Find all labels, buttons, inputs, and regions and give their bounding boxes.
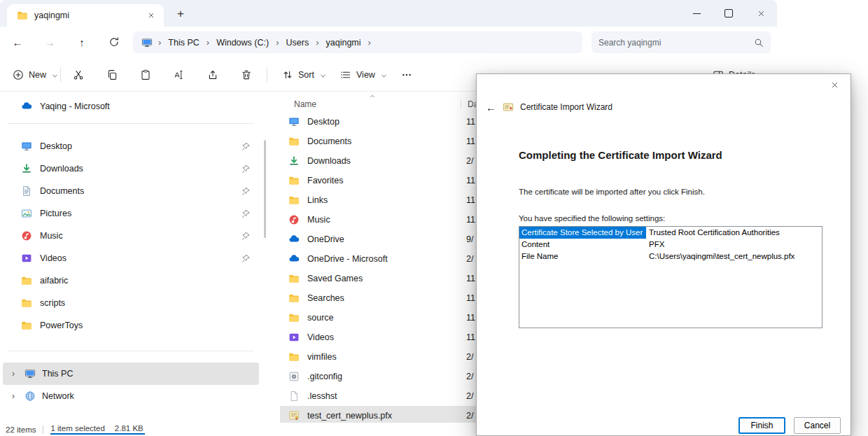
music-icon bbox=[21, 230, 32, 241]
settings-row-content[interactable]: ContentPFX bbox=[519, 239, 822, 251]
cut-button[interactable] bbox=[66, 64, 91, 86]
minimize-icon bbox=[693, 13, 701, 14]
pictures-icon bbox=[21, 208, 32, 219]
new-button[interactable]: New bbox=[6, 64, 66, 86]
new-tab-button[interactable]: + bbox=[172, 6, 189, 22]
view-icon bbox=[340, 69, 351, 80]
file-name: Favorites bbox=[307, 176, 343, 185]
breadcrumb-chevron-icon: › bbox=[316, 37, 318, 48]
file-name: .lesshst bbox=[307, 391, 337, 401]
sidebar: Yaqing - MicrosoftDesktopDownloadsDocume… bbox=[0, 92, 262, 423]
address-bar[interactable]: ›This PC›Windows (C:)›Users›yaqingmi› bbox=[133, 31, 582, 53]
file-date: 11 bbox=[466, 176, 475, 185]
sidebar-item-music[interactable]: Music bbox=[3, 225, 259, 247]
setting-value: Trusted Root Certification Authorities bbox=[646, 227, 783, 239]
paste-icon bbox=[140, 69, 151, 80]
view-button[interactable]: View bbox=[333, 64, 395, 86]
folder-icon bbox=[288, 351, 300, 363]
minimize-button[interactable] bbox=[680, 0, 713, 27]
folder-icon bbox=[288, 293, 300, 304]
sidebar-item-scripts[interactable]: scripts bbox=[3, 292, 259, 314]
search-box[interactable]: Search yaqingmi bbox=[592, 31, 771, 53]
desktop-icon bbox=[288, 116, 300, 127]
file-date: 11 bbox=[466, 332, 475, 342]
sidebar-item-powertoys[interactable]: PowerToys bbox=[3, 314, 259, 337]
rename-button[interactable] bbox=[167, 64, 192, 86]
cert-icon bbox=[288, 410, 300, 421]
network-icon bbox=[24, 391, 36, 402]
chevron-right-icon: › bbox=[8, 391, 18, 401]
sidebar-item-label: Desktop bbox=[40, 141, 72, 151]
tab-bar: yaqingmi + bbox=[0, 0, 777, 27]
file-date: 2/ bbox=[466, 254, 473, 264]
more-options-button[interactable] bbox=[394, 64, 419, 86]
share-button[interactable] bbox=[200, 64, 225, 86]
sidebar-item-videos[interactable]: Videos bbox=[3, 247, 259, 269]
folder-icon bbox=[21, 297, 32, 309]
forward-button[interactable]: → bbox=[38, 31, 62, 53]
cancel-button[interactable]: Cancel bbox=[794, 417, 841, 434]
breadcrumb-chevron-icon: › bbox=[158, 37, 161, 48]
sort-button[interactable]: Sort bbox=[275, 64, 334, 86]
sidebar-item-documents[interactable]: Documents bbox=[3, 180, 259, 202]
view-button-label: View bbox=[356, 70, 375, 80]
file-name: Saved Games bbox=[307, 274, 363, 283]
up-button[interactable]: ↑ bbox=[70, 31, 94, 53]
sidebar-item-label: Documents bbox=[40, 186, 84, 196]
cloud-icon bbox=[288, 234, 300, 245]
sidebar-divider bbox=[8, 351, 253, 351]
file-date: 11 bbox=[466, 136, 475, 146]
sidebar-item-aifabric[interactable]: aifabric bbox=[3, 269, 259, 292]
sidebar-item-label: Network bbox=[42, 391, 74, 401]
breadcrumb: ›This PC›Windows (C:)›Users›yaqingmi› bbox=[133, 37, 379, 48]
tab-close-button[interactable] bbox=[144, 8, 158, 22]
maximize-button[interactable] bbox=[713, 0, 745, 27]
settings-row-file-name[interactable]: File NameC:\Users\yaqingmi\test_cert_new… bbox=[519, 251, 822, 262]
breadcrumb-item-windows-c[interactable]: Windows (C:) bbox=[215, 37, 270, 48]
sidebar-item-this-pc[interactable]: ›This PC bbox=[3, 363, 259, 385]
folder-icon bbox=[21, 275, 32, 286]
setting-key: Certificate Store Selected by User bbox=[519, 227, 646, 239]
folder-icon bbox=[288, 175, 300, 186]
pin-icon bbox=[241, 164, 251, 174]
sidebar-item-desktop[interactable]: Desktop bbox=[3, 135, 259, 157]
sidebar-item-label: Videos bbox=[40, 253, 66, 263]
breadcrumb-item-yaqingmi[interactable]: yaqingmi bbox=[325, 37, 363, 48]
sidebar-item-pictures[interactable]: Pictures bbox=[3, 202, 259, 225]
settings-listbox[interactable]: Certificate Store Selected by UserTruste… bbox=[519, 226, 822, 328]
sidebar-item-yaqing-microsoft[interactable]: Yaqing - Microsoft bbox=[3, 95, 259, 118]
sidebar-scrollbar[interactable] bbox=[264, 140, 266, 238]
sidebar-item-label: Music bbox=[40, 231, 63, 241]
wizard-info-text: The certificate will be imported after y… bbox=[519, 188, 705, 196]
sidebar-item-network[interactable]: ›Network bbox=[3, 385, 259, 407]
maximize-icon bbox=[724, 9, 733, 17]
column-header-name[interactable]: Name bbox=[294, 99, 316, 109]
window-close-button[interactable] bbox=[745, 0, 777, 27]
search-icon bbox=[754, 38, 764, 48]
breadcrumb-item-this-pc[interactable]: This PC bbox=[167, 37, 200, 48]
column-divider[interactable] bbox=[461, 99, 461, 109]
sidebar-item-downloads[interactable]: Downloads bbox=[3, 157, 259, 180]
certificate-wizard-icon bbox=[503, 101, 514, 113]
delete-button[interactable] bbox=[234, 64, 259, 86]
explorer-tab[interactable]: yaqingmi bbox=[7, 4, 164, 27]
file-date: 11 bbox=[466, 195, 475, 205]
cloud-icon bbox=[21, 101, 32, 112]
finish-button[interactable]: Finish bbox=[738, 417, 785, 434]
breadcrumb-item-users[interactable]: Users bbox=[285, 37, 311, 48]
desktop-screen: yaqingmi + ← → ↑ ›This PC›Windows (C:)›U… bbox=[0, 0, 868, 436]
sort-icon bbox=[282, 69, 293, 80]
dialog-back-button[interactable]: ← bbox=[486, 101, 496, 113]
desktop-icon bbox=[21, 141, 32, 152]
dialog-close-button[interactable] bbox=[819, 74, 850, 95]
sidebar-item-label: aifabric bbox=[40, 276, 68, 286]
paste-button[interactable] bbox=[133, 64, 158, 86]
back-button[interactable]: ← bbox=[6, 31, 29, 53]
copy-button[interactable] bbox=[99, 64, 125, 86]
settings-row-certificate-store-selected-by-user[interactable]: Certificate Store Selected by UserTruste… bbox=[519, 227, 822, 239]
file-date: 2/ bbox=[466, 411, 473, 421]
more-icon bbox=[401, 69, 412, 80]
refresh-button[interactable] bbox=[102, 31, 126, 53]
chevron-down-icon bbox=[380, 72, 388, 80]
sort-button-label: Sort bbox=[298, 70, 314, 80]
